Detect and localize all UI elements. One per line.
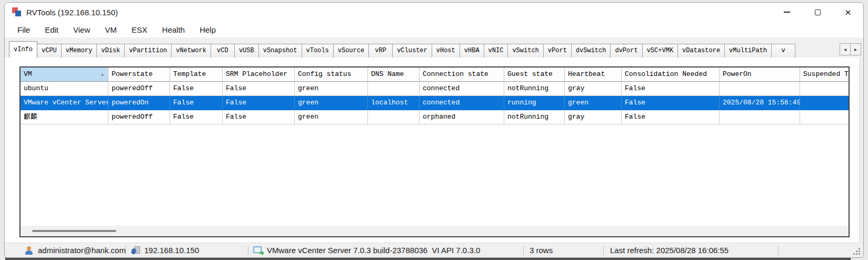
- grid-row-blank[interactable]: 麒麟poweredOffFalseFalsegreenorphanednotRu…: [21, 110, 849, 124]
- horizontal-scrollbar[interactable]: [21, 226, 849, 236]
- cell: poweredOff: [108, 82, 170, 96]
- cell: 2025/08/28 15:56:49: [720, 96, 800, 110]
- vcenter-connection-icon: ➜: [253, 246, 263, 255]
- tab-scroll-left-button[interactable]: ◂: [840, 43, 851, 55]
- menu-view[interactable]: View: [66, 23, 97, 36]
- status-server-info: ➜ VMware vCenter Server 7.0.3 build-2378…: [253, 243, 480, 257]
- status-host-text: 192.168.10.150: [144, 246, 199, 255]
- tab-vrp[interactable]: vRP: [368, 44, 393, 57]
- menu-vm[interactable]: VM: [97, 23, 124, 36]
- vinfo-tab-page: VM▲PowerstateTemplateSRM PlaceholderConf…: [5, 57, 863, 243]
- cell: gray: [565, 110, 622, 124]
- column-header-poweron[interactable]: PowerOn: [720, 68, 800, 82]
- tab-vnic[interactable]: vNIC: [484, 44, 508, 57]
- tab-vinfo[interactable]: vInfo: [9, 41, 37, 57]
- tab-vdatastore[interactable]: vDatastore: [677, 44, 725, 57]
- cell: [800, 82, 850, 96]
- tab-vhba[interactable]: vHBA: [460, 44, 484, 57]
- cell: running: [504, 96, 565, 110]
- column-header-vm[interactable]: VM▲: [21, 68, 108, 82]
- status-separator: [603, 246, 604, 255]
- vm-data-grid: VM▲PowerstateTemplateSRM PlaceholderConf…: [19, 66, 850, 237]
- cell: poweredOff: [108, 110, 170, 124]
- person-icon: [24, 246, 34, 255]
- menu-edit[interactable]: Edit: [37, 23, 66, 36]
- tab-v[interactable]: v: [771, 44, 795, 57]
- column-header-dns-name[interactable]: DNS Name: [368, 68, 420, 82]
- tab-dvport[interactable]: dvPort: [610, 44, 642, 57]
- cell: orphaned: [420, 110, 504, 124]
- cell: gray: [565, 82, 622, 96]
- column-header-config-status[interactable]: Config status: [295, 68, 368, 82]
- cell: connected: [420, 96, 504, 110]
- horizontal-scrollbar-thumb[interactable]: [32, 230, 116, 232]
- tab-vusb[interactable]: vUSB: [234, 44, 259, 57]
- status-row-count: 3 rows: [530, 243, 553, 257]
- status-separator: [248, 246, 248, 255]
- menu-health[interactable]: Health: [155, 23, 192, 36]
- column-header-heartbeat[interactable]: Heartbeat: [565, 68, 622, 82]
- tab-vcpu[interactable]: vCPU: [37, 44, 62, 57]
- minimize-button[interactable]: [772, 3, 802, 22]
- cell: connected: [420, 82, 504, 96]
- tab-vsc-vmk[interactable]: vSC+VMK: [642, 44, 678, 57]
- tab-vport[interactable]: vPort: [543, 44, 572, 57]
- resize-grip[interactable]: [853, 248, 860, 255]
- column-header-srm-placeholder[interactable]: SRM Placeholder: [223, 68, 295, 82]
- column-header-suspended-to[interactable]: Suspended To: [800, 68, 850, 82]
- tab-vtools[interactable]: vTools: [302, 44, 334, 57]
- tab-vcd[interactable]: vCD: [211, 44, 235, 57]
- menu-bar: FileEditViewVMESXHealthHelp: [5, 22, 863, 37]
- menu-help[interactable]: Help: [192, 23, 223, 36]
- column-header-guest-state[interactable]: Guest state: [504, 68, 565, 82]
- cell: green: [295, 96, 368, 110]
- tab-vcluster[interactable]: vCluster: [392, 44, 432, 57]
- cell: [720, 82, 800, 96]
- tab-strip: vInfovCPUvMemoryvDiskvPartitionvNetworkv…: [9, 41, 840, 57]
- status-bar: administrator@hank.com 192.168.10.150 ➜ …: [5, 243, 863, 257]
- cell: green: [295, 82, 368, 96]
- close-button[interactable]: ✕: [833, 3, 863, 22]
- column-header-powerstate[interactable]: Powerstate: [108, 68, 170, 82]
- cell: [368, 110, 420, 124]
- grid-row-ubuntu[interactable]: ubuntupoweredOffFalseFalsegreenconnected…: [21, 82, 849, 96]
- column-header-consolidation-needed[interactable]: Consolidation Needed: [622, 68, 720, 82]
- cell: ubuntu: [21, 82, 108, 96]
- tab-vsnapshot[interactable]: vSnapshot: [258, 44, 302, 57]
- tab-vsource[interactable]: vSource: [333, 44, 369, 57]
- menu-file[interactable]: File: [10, 23, 37, 36]
- column-header-template[interactable]: Template: [170, 68, 223, 82]
- maximize-button[interactable]: [802, 3, 833, 22]
- menu-esx[interactable]: ESX: [124, 23, 155, 36]
- status-last-refresh: Last refresh: 2025/08/28 16:06:55: [610, 243, 729, 257]
- cell: False: [170, 110, 223, 124]
- grid-header-row: VM▲PowerstateTemplateSRM PlaceholderConf…: [21, 68, 849, 82]
- server-search-icon: [131, 246, 141, 255]
- maximize-icon: [815, 9, 821, 15]
- cell: False: [622, 82, 720, 96]
- cell: poweredOn: [108, 96, 170, 110]
- tab-vswitch[interactable]: vSwitch: [507, 44, 543, 57]
- cell: False: [223, 110, 295, 124]
- cell: notRunning: [504, 110, 565, 124]
- column-header-connection-state[interactable]: Connection state: [420, 68, 504, 82]
- tab-vhost[interactable]: vHost: [432, 44, 460, 57]
- tab-vpartition[interactable]: vPartition: [124, 44, 172, 57]
- status-separator: [125, 246, 126, 255]
- cell: localhost: [368, 96, 420, 110]
- title-bar[interactable]: RVTools (192.168.10.150) ✕: [5, 3, 863, 22]
- cell: [800, 110, 850, 124]
- tab-vmemory[interactable]: vMemory: [61, 44, 97, 57]
- tab-vnetwork[interactable]: vNetwork: [171, 44, 211, 57]
- rvtools-window: RVTools (192.168.10.150) ✕ FileEditViewV…: [4, 2, 864, 258]
- status-user-text: administrator@hank.com: [38, 246, 126, 255]
- status-separator: [778, 246, 779, 255]
- tab-scroll-right-button[interactable]: ▸: [850, 43, 861, 55]
- tab-vdisk[interactable]: vDisk: [96, 44, 125, 57]
- minimize-icon: [784, 12, 790, 13]
- status-host: 192.168.10.150: [131, 243, 199, 257]
- grid-row-vmware-vcenter-server[interactable]: VMware vCenter ServerpoweredOnFalseFalse…: [21, 96, 849, 110]
- cell: notRunning: [504, 82, 565, 96]
- tab-dvswitch[interactable]: dvSwitch: [571, 44, 611, 57]
- tab-vmultipath[interactable]: vMultiPath: [724, 44, 772, 57]
